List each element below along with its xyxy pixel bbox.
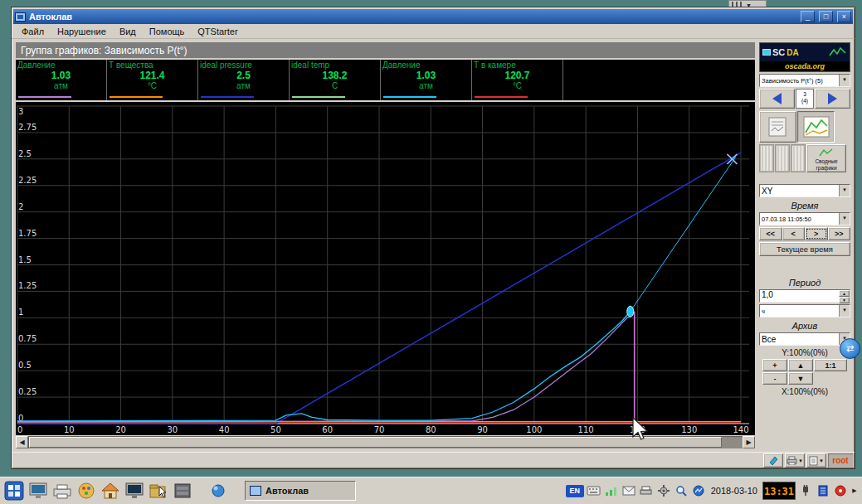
window-titlebar[interactable]: Автоклав _ □ × bbox=[13, 9, 853, 24]
keyboard-icon[interactable] bbox=[587, 484, 601, 497]
file-manager-launcher[interactable] bbox=[148, 480, 169, 502]
blue-doc-tray-icon[interactable] bbox=[816, 484, 830, 497]
svg-text:3: 3 bbox=[18, 107, 23, 116]
window-app-icon bbox=[250, 486, 261, 496]
spin-down-button[interactable]: ▼ bbox=[839, 297, 850, 303]
terminal-launcher[interactable] bbox=[124, 480, 145, 502]
mini-trend-icon bbox=[819, 148, 834, 158]
menu-help[interactable]: Помощь bbox=[143, 25, 192, 38]
spin-up-button[interactable]: ▲ bbox=[839, 290, 850, 297]
mail-icon[interactable] bbox=[621, 484, 636, 497]
maximize-button[interactable]: □ bbox=[819, 11, 833, 22]
tray-date[interactable]: 2018-03-10 bbox=[709, 486, 760, 496]
keyboard-layout-badge[interactable]: EN bbox=[566, 485, 584, 497]
zoom-out-button[interactable]: - bbox=[762, 372, 787, 385]
trend-view-button[interactable] bbox=[797, 111, 835, 143]
start-menu-button[interactable] bbox=[3, 480, 25, 502]
print-queue-icon[interactable] bbox=[639, 484, 654, 497]
param-value: 121.4 bbox=[109, 70, 196, 81]
monitor-icon bbox=[28, 482, 48, 500]
prev-page-button[interactable] bbox=[759, 89, 795, 109]
summary-graphs-button[interactable]: Сводные графики bbox=[806, 144, 846, 172]
taskbar-app-autoclave[interactable]: Автоклав bbox=[245, 481, 356, 501]
menu-violation[interactable]: Нарушение bbox=[51, 25, 113, 38]
current-user-badge[interactable]: root bbox=[828, 453, 853, 468]
export-button[interactable]: ▼ bbox=[806, 453, 826, 468]
taskbar-app-label: Автоклав bbox=[265, 486, 309, 496]
chevron-down-icon: ▼ bbox=[839, 213, 850, 225]
show-desktop-button[interactable] bbox=[27, 480, 49, 502]
time-next-button[interactable]: > bbox=[805, 227, 828, 240]
one-to-one-button[interactable]: 1:1 bbox=[814, 359, 847, 371]
trend-plot[interactable]: 00.250.50.7511.251.51.7522.252.52.753010… bbox=[16, 102, 751, 435]
trend-plot-area[interactable]: 00.250.50.7511.251.51.7522.252.52.753010… bbox=[16, 102, 755, 435]
triangle-left-icon bbox=[772, 93, 782, 104]
oscada-tray-icon[interactable] bbox=[691, 484, 706, 497]
palette-icon bbox=[77, 482, 95, 500]
time-last-button[interactable]: >> bbox=[828, 227, 851, 240]
period-unit-select[interactable]: ч ▼ bbox=[759, 304, 850, 317]
scroll-right-button[interactable]: ▶ bbox=[743, 436, 755, 448]
close-button[interactable]: × bbox=[837, 11, 851, 22]
alert-tray-icon[interactable] bbox=[833, 484, 848, 497]
document-icon bbox=[766, 117, 791, 137]
list-tool-button-3[interactable] bbox=[791, 144, 806, 172]
archive-select[interactable]: Все ▼ bbox=[759, 332, 850, 346]
clipboard-widget-icon[interactable]: ⇄ bbox=[840, 338, 860, 359]
page-number: 3 bbox=[796, 91, 813, 98]
paint-launcher[interactable] bbox=[75, 480, 97, 502]
svg-text:70: 70 bbox=[374, 425, 385, 434]
pan-up-button[interactable]: ▲ bbox=[788, 359, 813, 371]
axis-mode-select[interactable]: XY ▼ bbox=[759, 184, 850, 197]
system-monitor-icon[interactable] bbox=[604, 484, 619, 497]
list-tool-button-1[interactable] bbox=[759, 144, 774, 172]
screenshot-magnifier-icon[interactable] bbox=[674, 484, 689, 497]
home-folder-launcher[interactable] bbox=[100, 480, 121, 502]
param-unit: C bbox=[291, 81, 378, 96]
period-spinner[interactable]: 1,0 ▲ ▼ bbox=[759, 289, 850, 303]
menu-view[interactable]: Вид bbox=[113, 25, 143, 38]
svg-text:2.5: 2.5 bbox=[18, 149, 32, 158]
panel-hide-arrow[interactable]: ▶ bbox=[850, 482, 859, 500]
time-value: 07.03.18 11:05:50 bbox=[760, 216, 839, 223]
qtstarter-launcher[interactable] bbox=[207, 480, 229, 502]
logo-text-sc: SC bbox=[772, 47, 785, 57]
time-select[interactable]: 07.03.18 11:05:50 ▼ bbox=[759, 212, 850, 225]
power-plug-icon[interactable] bbox=[798, 484, 813, 497]
time-first-button[interactable]: << bbox=[759, 227, 782, 240]
next-page-button[interactable] bbox=[815, 89, 850, 109]
settings-gear-icon[interactable] bbox=[656, 484, 671, 497]
menu-qtstarter[interactable]: QTStarter bbox=[191, 25, 244, 38]
document-view-button[interactable] bbox=[759, 111, 796, 143]
tray-clock[interactable]: 13:31 bbox=[762, 482, 796, 500]
window-content: Группа графиков: Зависимость P(t°) Давле… bbox=[12, 39, 855, 452]
scroll-left-button[interactable]: ◀ bbox=[16, 436, 28, 448]
printer-launcher[interactable] bbox=[51, 480, 73, 502]
svg-text:90: 90 bbox=[477, 425, 488, 434]
pan-down-button[interactable]: ▼ bbox=[788, 372, 813, 385]
trend-icon bbox=[803, 116, 830, 138]
period-section-label: Период bbox=[759, 278, 850, 288]
print-button[interactable]: ▼ bbox=[785, 453, 805, 468]
param-series-color bbox=[475, 96, 528, 98]
alarm-quittance-button[interactable] bbox=[763, 453, 783, 468]
mouse-cursor bbox=[631, 417, 650, 442]
menu-file[interactable]: Файл bbox=[15, 25, 51, 38]
window-title: Автоклав bbox=[29, 12, 796, 22]
period-unit-value: ч bbox=[760, 308, 839, 315]
list-tool-button-2[interactable] bbox=[775, 144, 790, 172]
time-nav-buttons: << < > >> bbox=[759, 227, 850, 240]
current-time-button[interactable]: Текущее время bbox=[759, 242, 850, 256]
param-label: ideal temp bbox=[291, 61, 378, 70]
minimize-button[interactable]: _ bbox=[801, 11, 815, 22]
archive-launcher[interactable] bbox=[172, 480, 193, 502]
printer-icon bbox=[52, 482, 72, 499]
svg-text:50: 50 bbox=[270, 425, 281, 434]
trend-group-select[interactable]: Зависимость P(t°) (5) ▼ bbox=[759, 74, 850, 87]
time-prev-button[interactable]: < bbox=[782, 227, 806, 240]
param-value: 2.5 bbox=[200, 70, 287, 81]
zoom-in-button[interactable]: + bbox=[762, 359, 787, 371]
param-unit: атм bbox=[200, 81, 287, 96]
param-unit: °C bbox=[474, 81, 561, 96]
scrollbar-thumb[interactable] bbox=[29, 437, 722, 448]
